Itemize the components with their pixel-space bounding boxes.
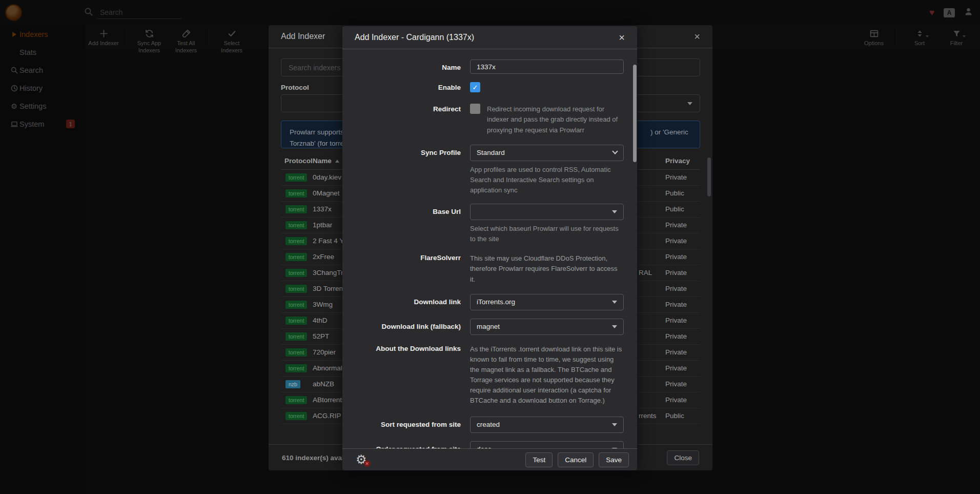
form-row-download-link-fallback: Download link (fallback) magnet: [342, 319, 637, 335]
order-label: Order requested from site: [355, 441, 470, 448]
cancel-button[interactable]: Cancel: [558, 452, 594, 467]
dialog-footer: ⚙ ✕ Test Cancel Save: [342, 448, 637, 470]
form-row-sort: Sort requested from site created: [342, 417, 637, 433]
form-row-order: Order requested from site desc: [342, 441, 637, 448]
form-row-enable: Enable ✓: [342, 82, 637, 92]
caret-down-icon: [612, 325, 617, 328]
about-download-links-label: About the Download links: [355, 343, 470, 406]
redirect-label: Redirect: [355, 104, 470, 135]
add-indexer-dialog: Add Indexer - Cardigann (1337x) × Name E…: [342, 26, 637, 470]
download-link-fallback-label: Download link (fallback): [355, 319, 470, 335]
name-label: Name: [355, 60, 470, 74]
redirect-checkbox[interactable]: [470, 104, 480, 114]
enable-label: Enable: [355, 82, 470, 92]
about-download-links-help: As the iTorrents .torrent download link …: [470, 344, 624, 406]
caret-down-icon: [612, 301, 617, 304]
advanced-off-badge: ✕: [364, 460, 371, 467]
order-select[interactable]: desc: [470, 441, 624, 448]
sync-profile-help: App profiles are used to control RSS, Au…: [470, 165, 624, 195]
sort-label: Sort requested from site: [355, 417, 470, 433]
download-link-label: Download link: [355, 294, 470, 310]
download-link-fallback-select[interactable]: magnet: [470, 319, 624, 335]
form-row-name: Name: [342, 60, 637, 74]
dialog-title: Add Indexer - Cardigann (1337x): [355, 33, 474, 42]
close-icon[interactable]: ×: [619, 32, 625, 43]
name-input[interactable]: [470, 60, 624, 74]
caret-down-icon: [612, 423, 617, 426]
flaresolverr-label: FlareSolverr: [355, 252, 470, 284]
chevron-down-icon: [612, 148, 618, 154]
dialog-header: Add Indexer - Cardigann (1337x) ×: [342, 26, 637, 49]
redirect-help: Redirect incoming download request for i…: [487, 104, 624, 135]
download-link-select[interactable]: iTorrents.org: [470, 294, 624, 310]
form-row-about-download-links: About the Download links As the iTorrent…: [342, 343, 637, 406]
form-row-sync-profile: Sync Profile Standard App profiles are u…: [342, 145, 637, 195]
advanced-settings-toggle[interactable]: ⚙ ✕: [356, 453, 367, 466]
base-url-help: Select which baseurl Prowlarr will use f…: [470, 224, 624, 244]
sort-select[interactable]: created: [470, 417, 624, 433]
dialog-scrollbar-thumb[interactable]: [633, 65, 637, 162]
caret-down-icon: [612, 210, 617, 213]
sync-profile-label: Sync Profile: [355, 145, 470, 195]
test-button[interactable]: Test: [525, 452, 553, 467]
base-url-select[interactable]: [470, 204, 624, 220]
dialog-body: Name Enable ✓ Redirect Redirect incoming…: [342, 49, 637, 448]
base-url-label: Base Url: [355, 204, 470, 244]
sync-profile-select[interactable]: Standard: [470, 145, 624, 161]
enable-checkbox[interactable]: ✓: [470, 82, 480, 92]
form-row-download-link: Download link iTorrents.org: [342, 294, 637, 310]
form-row-flaresolverr: FlareSolverr This site may use Cloudflar…: [342, 252, 637, 284]
save-button[interactable]: Save: [599, 452, 629, 467]
form-row-redirect: Redirect Redirect incoming download requ…: [342, 104, 637, 135]
flaresolverr-help: This site may use Cloudflare DDoS Protec…: [470, 253, 624, 284]
form-row-base-url: Base Url Select which baseurl Prowlarr w…: [342, 204, 637, 244]
